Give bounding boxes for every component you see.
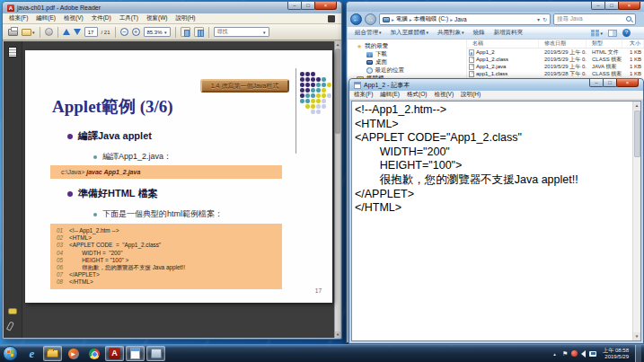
explorer-minimize-button[interactable]: –	[591, 2, 605, 10]
show-hidden-icons-chevron[interactable]: ▴	[551, 350, 559, 358]
scroll-up-icon[interactable]: ▲	[633, 102, 640, 110]
find-input[interactable]: 尋找▾	[214, 27, 269, 37]
pdf-menu-item[interactable]: 視窗(W)	[146, 14, 167, 22]
slide-dot	[305, 77, 310, 82]
taskbar-button-folder[interactable]	[43, 346, 62, 361]
file-name-cell: eApp1_2	[467, 49, 539, 56]
help-icon[interactable]: ?	[622, 29, 631, 37]
show-desktop-button[interactable]	[635, 345, 641, 362]
comments-icon[interactable]	[8, 308, 17, 314]
pdf-menu-item[interactable]: 檔案(F)	[9, 14, 28, 22]
sidebar-item-label: 桌面	[375, 58, 387, 66]
notepad-menu-item[interactable]: 檢視(V)	[434, 91, 454, 99]
next-page-icon[interactable]	[74, 29, 81, 35]
notepad-scrollbar[interactable]: ▲ ▼	[632, 102, 640, 340]
notepad-menu-item[interactable]: 檔案(F)	[354, 91, 373, 99]
taskbar-button-chrome[interactable]	[84, 346, 103, 361]
security-icon[interactable]	[571, 350, 578, 357]
zoom-level-dropdown[interactable]: 85.3%▾	[144, 27, 171, 37]
page-number-input[interactable]: 17	[84, 27, 98, 37]
bullet-icon	[93, 213, 97, 216]
notepad-icon	[130, 348, 140, 359]
sidebar-item-label: 最近的位置	[375, 66, 405, 75]
pdf-maximize-button[interactable]: □	[301, 2, 315, 10]
action-center-flag-icon[interactable]: ⚑	[562, 350, 568, 358]
slide-dot	[322, 104, 326, 109]
pdf-menu-item[interactable]: 工具(T)	[119, 14, 138, 22]
notepad-minimize-button[interactable]: –	[589, 79, 604, 87]
explorer-maximize-button[interactable]: □	[604, 2, 619, 10]
sidebar-item[interactable]: ★我的最愛	[348, 42, 466, 50]
pdf-menu-item[interactable]: 編輯(E)	[36, 14, 56, 22]
computer-icon	[383, 17, 390, 22]
refresh-icon[interactable]: ↻	[543, 16, 547, 22]
single-page-view-button[interactable]	[181, 27, 190, 37]
command-bar-button[interactable]: 加入至媒體櫃▾	[391, 29, 429, 37]
pdf-close-button[interactable]: ×	[314, 2, 337, 10]
column-header-type[interactable]: 類型	[587, 40, 622, 48]
breadcrumb-segment[interactable]: Java	[454, 16, 467, 22]
breadcrumb-segment[interactable]: 本機磁碟 (C:)	[414, 15, 449, 23]
pdf-scrollbar[interactable]: ▲ ▼	[334, 41, 340, 338]
pdf-menu-item[interactable]: 檢視(V)	[64, 14, 84, 22]
reading-mode-icon[interactable]	[328, 15, 335, 22]
scroll-down-icon[interactable]: ▼	[633, 332, 640, 340]
notepad-text-area[interactable]: <!--App1_2.htm--><HTML><APPLET CODE="App…	[352, 102, 632, 340]
preview-pane-icon[interactable]	[608, 30, 617, 37]
command-bar-button[interactable]: 組合管理▾	[355, 29, 382, 37]
scroll-down-icon[interactable]: ▼	[335, 331, 340, 338]
taskbar-button-wmp[interactable]: ▶	[64, 346, 83, 361]
forward-button[interactable]: →	[365, 13, 376, 25]
email-button[interactable]: ▾	[22, 29, 35, 36]
attachments-icon[interactable]	[6, 321, 14, 331]
notepad-close-button[interactable]: ×	[616, 79, 639, 87]
address-bar[interactable]: ▸電腦▸本機磁碟 (C:)▸Java ▾ ↻	[379, 13, 551, 25]
notepad-menu-item[interactable]: 說明(H)	[461, 91, 481, 99]
explorer-titlebar[interactable]: – □ ×	[347, 2, 644, 12]
explorer-close-button[interactable]: ×	[618, 2, 640, 10]
page-thumbnails-icon[interactable]	[8, 47, 17, 57]
pdf-minimize-button[interactable]: –	[287, 2, 302, 10]
sidebar-item[interactable]: 桌面	[348, 58, 466, 66]
print-icon[interactable]	[8, 29, 18, 36]
column-header-name[interactable]: 名稱	[467, 40, 539, 48]
column-header-date[interactable]: 修改日期▴	[539, 40, 587, 48]
pdf-titlebar[interactable]: A java-ch01.pdf - Adobe Reader – □ ×	[3, 2, 341, 13]
code-line-number: 02	[57, 234, 69, 242]
start-button[interactable]	[3, 346, 18, 361]
column-header-size[interactable]: 大小	[622, 40, 644, 48]
pdf-menu-item[interactable]: 文件(D)	[92, 14, 111, 22]
taskbar-button-generic[interactable]	[146, 346, 165, 361]
command-bar-button[interactable]: 共用對象▾	[437, 29, 464, 37]
scrollbar-thumb[interactable]	[335, 49, 340, 134]
notepad-menu-item[interactable]: 格式(O)	[407, 91, 427, 99]
taskbar-button-ie[interactable]: e	[22, 346, 41, 361]
breadcrumb-segment[interactable]: 電腦	[396, 15, 408, 23]
zoom-out-icon[interactable]: −	[120, 28, 128, 36]
address-dropdown-icon[interactable]: ▾	[537, 16, 540, 22]
continuous-view-button[interactable]	[194, 27, 204, 37]
search-input[interactable]: 搜尋 Java	[553, 13, 636, 25]
taskbar-clock[interactable]: 上午 08:58 2019/5/29	[603, 348, 629, 360]
toolbar-separator	[208, 27, 209, 38]
notepad-titlebar[interactable]: App1_2 - 記事本 – □ ×	[349, 79, 643, 91]
sidebar-item[interactable]: 最近的位置	[348, 66, 466, 75]
command-bar-button[interactable]: 新增資料夾	[494, 29, 524, 37]
command-bar-button[interactable]: 燒錄	[473, 29, 485, 37]
previous-view-icon[interactable]	[45, 28, 53, 36]
scrollbar-thumb[interactable]	[634, 110, 640, 157]
sidebar-item[interactable]: ↓下載	[348, 50, 466, 58]
zoom-in-icon[interactable]: +	[132, 28, 140, 36]
scroll-up-icon[interactable]: ▲	[335, 41, 340, 48]
change-view-button[interactable]: ▾	[591, 30, 603, 37]
notepad-maximize-button[interactable]: □	[603, 79, 617, 87]
previous-page-icon[interactable]	[63, 29, 70, 35]
taskbar-button-notepad[interactable]	[126, 346, 145, 361]
pdf-menu-item[interactable]: 說明(H)	[175, 14, 195, 22]
volume-icon[interactable]	[581, 350, 586, 358]
slide-dot	[305, 93, 310, 98]
back-button[interactable]: ←	[350, 13, 362, 25]
network-icon[interactable]	[589, 351, 596, 357]
notepad-menu-item[interactable]: 編輯(E)	[380, 91, 400, 99]
taskbar-button-adobe[interactable]: A	[105, 346, 124, 361]
